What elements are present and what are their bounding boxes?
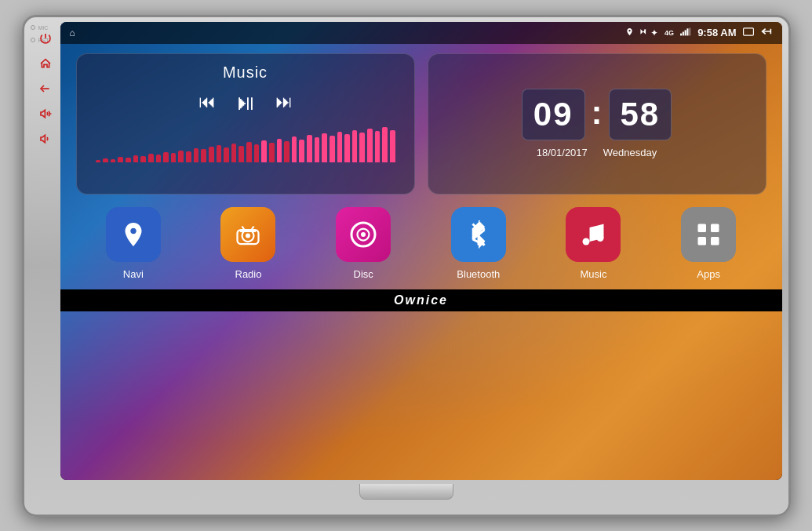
music-icon	[566, 207, 621, 262]
power-button[interactable]	[37, 30, 54, 47]
app-bluetooth[interactable]: Bluetooth	[447, 207, 510, 280]
music-widget[interactable]: Music ⏮ ⏯ ⏭	[76, 53, 415, 195]
svg-point-17	[361, 232, 366, 237]
eq-bar	[299, 140, 304, 162]
svg-rect-28	[698, 237, 707, 245]
location-icon-status	[625, 27, 634, 38]
eq-bar	[375, 131, 381, 162]
equalizer	[89, 123, 402, 162]
svg-rect-27	[711, 224, 719, 232]
clock-colon: :	[592, 94, 603, 132]
eq-bar	[231, 144, 237, 162]
svg-rect-26	[698, 224, 707, 232]
svg-point-10	[246, 233, 250, 238]
music-label: Music	[580, 268, 606, 280]
forward-button[interactable]: ⏭	[275, 92, 293, 112]
svg-rect-29	[711, 237, 719, 245]
back-button-left[interactable]	[37, 80, 54, 97]
clock-date: 18/01/2017	[537, 147, 588, 158]
app-music[interactable]: Music	[562, 207, 624, 280]
eq-bar	[133, 155, 139, 162]
play-pause-button[interactable]: ⏯	[235, 89, 257, 115]
svg-marker-2	[41, 135, 45, 142]
eq-bar	[209, 147, 214, 162]
eq-bar	[217, 145, 222, 162]
svg-point-24	[583, 238, 590, 245]
music-widget-title: Music	[223, 64, 268, 82]
radio-icon	[220, 207, 275, 262]
device-body: MIC RST	[22, 15, 791, 517]
eq-bar	[246, 142, 252, 162]
window-icon-status	[743, 27, 754, 38]
svg-marker-0	[41, 110, 45, 117]
main-content: Music ⏮ ⏯ ⏭ 09 : 58	[60, 22, 782, 480]
network-icon-status: 4G	[665, 29, 674, 37]
disc-label: Disc	[354, 268, 373, 280]
svg-rect-3	[680, 33, 682, 35]
home-button-left[interactable]	[37, 55, 54, 72]
eq-bar	[224, 147, 229, 162]
volume-down-button[interactable]	[37, 130, 54, 147]
back-icon-status[interactable]	[760, 26, 773, 39]
eq-bar	[315, 137, 320, 162]
app-radio[interactable]: Radio	[217, 207, 279, 280]
svg-rect-8	[743, 27, 753, 35]
radio-label: Radio	[235, 268, 262, 280]
apps-row: Navi	[60, 201, 782, 289]
eq-bar	[382, 127, 388, 162]
eq-bar	[96, 160, 101, 162]
app-apps[interactable]: Apps	[677, 207, 740, 280]
eq-bar	[239, 146, 244, 162]
clock-date-row: 18/01/2017 Wednesday	[537, 147, 657, 158]
apps-label: Apps	[697, 268, 720, 280]
status-left: ⌂	[70, 27, 75, 38]
eq-bar	[140, 156, 146, 162]
eq-bar	[171, 153, 177, 162]
clock-widget: 09 : 58 18/01/2017 Wednesday	[428, 53, 766, 195]
brand-name: Ownice	[394, 293, 448, 307]
apps-icon	[681, 207, 736, 262]
rewind-button[interactable]: ⏮	[198, 92, 216, 112]
screen: ⌂ ✦ 4G	[60, 22, 782, 480]
eq-bar	[178, 151, 184, 162]
screen-area: ⌂ ✦ 4G	[31, 22, 782, 480]
eq-bar	[269, 143, 275, 162]
bluetooth-icon-status: ✦	[640, 27, 658, 38]
clock-hours: 09	[522, 89, 585, 140]
eq-bar	[330, 136, 335, 162]
eq-bar	[118, 157, 123, 162]
eq-bar	[292, 136, 297, 162]
eq-bar	[277, 139, 282, 162]
eq-bar	[352, 130, 358, 162]
eq-bar	[201, 149, 206, 162]
app-disc[interactable]: Disc	[332, 207, 395, 280]
eq-bar	[261, 140, 267, 162]
eq-bar	[284, 141, 289, 162]
volume-up-button[interactable]	[37, 105, 54, 122]
svg-rect-4	[683, 31, 684, 35]
eq-bar	[163, 152, 169, 162]
status-right: ✦ 4G 9:58 AM	[625, 26, 773, 39]
eq-bar	[194, 148, 199, 162]
svg-rect-7	[689, 27, 690, 35]
eq-bar	[337, 132, 343, 162]
device-bottom	[31, 480, 782, 504]
connector	[359, 484, 453, 500]
eq-bar	[254, 144, 260, 162]
left-buttons	[31, 22, 60, 480]
status-time: 9:58 AM	[697, 27, 736, 38]
bluetooth-icon	[451, 207, 506, 262]
app-navi[interactable]: Navi	[102, 207, 165, 280]
navi-icon	[106, 207, 161, 262]
status-bar: ⌂ ✦ 4G	[60, 22, 782, 44]
eq-bar	[103, 158, 108, 162]
bottom-logo: Ownice	[60, 289, 782, 311]
svg-rect-5	[685, 30, 686, 35]
svg-point-25	[597, 235, 604, 242]
widgets-row: Music ⏮ ⏯ ⏭ 09 : 58	[60, 44, 782, 201]
music-controls: ⏮ ⏯ ⏭	[198, 89, 293, 115]
eq-bar	[111, 159, 116, 162]
disc-icon	[336, 207, 391, 262]
clock-minutes: 58	[609, 89, 672, 140]
eq-bar	[359, 133, 365, 162]
